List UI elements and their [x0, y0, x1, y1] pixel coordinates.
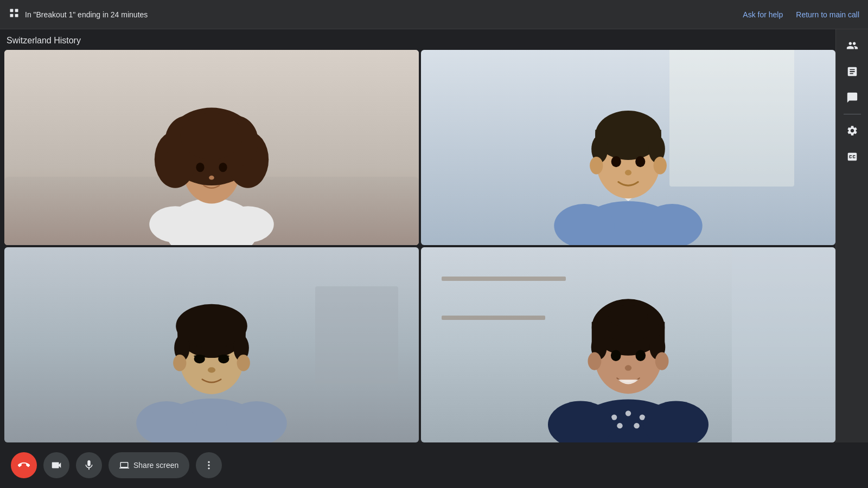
right-sidebar	[835, 29, 868, 442]
svg-point-72	[208, 467, 210, 469]
svg-point-63	[588, 352, 601, 370]
sidebar-divider	[844, 114, 861, 114]
svg-point-14	[219, 163, 227, 172]
svg-point-44	[208, 367, 215, 373]
svg-point-17	[222, 206, 274, 242]
captions-button[interactable]	[840, 145, 864, 169]
svg-point-40	[173, 355, 186, 371]
return-to-main-button[interactable]: Return to main call	[796, 10, 859, 19]
meeting-title: Switzerland History	[4, 34, 835, 50]
video-grid	[4, 50, 835, 442]
svg-rect-2	[10, 14, 14, 17]
svg-point-48	[611, 414, 617, 420]
video-area: Switzerland History	[0, 29, 835, 442]
top-bar-left: In "Breakout 1" ending in 24 minutes	[9, 8, 743, 21]
share-screen-label: Share screen	[133, 461, 178, 470]
participant-tile-4	[421, 247, 835, 442]
bottom-bar: Share screen	[0, 442, 868, 488]
svg-rect-0	[10, 9, 14, 12]
svg-point-15	[209, 176, 214, 180]
svg-point-70	[208, 461, 210, 463]
svg-point-64	[655, 352, 669, 370]
top-bar: In "Breakout 1" ending in 24 minutes Ask…	[0, 0, 868, 29]
top-bar-right: Ask for help Return to main call	[743, 10, 859, 19]
camera-toggle-button[interactable]	[43, 452, 69, 478]
more-options-button[interactable]	[196, 452, 222, 478]
end-call-button[interactable]	[11, 452, 37, 478]
svg-point-66	[635, 350, 646, 361]
svg-point-60	[609, 305, 648, 327]
svg-rect-1	[15, 9, 18, 12]
microphone-toggle-button[interactable]	[76, 452, 102, 478]
breakout-label: In "Breakout 1" ending in 24 minutes	[25, 10, 148, 19]
svg-point-41	[237, 355, 250, 371]
notes-button[interactable]	[840, 60, 864, 84]
settings-button[interactable]	[840, 119, 864, 143]
participant-tile-3	[4, 247, 419, 442]
svg-point-51	[617, 423, 622, 428]
participant-tile-1	[4, 50, 419, 245]
svg-point-12	[181, 113, 243, 159]
breakout-grid-icon	[9, 8, 20, 21]
svg-point-49	[626, 410, 631, 416]
svg-point-28	[635, 156, 645, 167]
svg-point-50	[640, 414, 645, 420]
svg-point-25	[590, 157, 603, 174]
svg-point-26	[654, 157, 667, 174]
people-button[interactable]	[840, 34, 864, 57]
main-content: Switzerland History	[0, 29, 868, 442]
svg-point-13	[196, 163, 204, 172]
share-screen-button[interactable]: Share screen	[108, 452, 189, 478]
participant-tile-2	[421, 50, 835, 245]
svg-rect-3	[15, 14, 18, 17]
svg-point-67	[625, 365, 631, 370]
chat-button[interactable]	[840, 86, 864, 110]
svg-point-52	[634, 423, 639, 428]
ask-for-help-button[interactable]: Ask for help	[743, 10, 783, 19]
svg-point-71	[208, 464, 210, 466]
svg-point-29	[625, 170, 631, 175]
svg-point-27	[611, 156, 621, 167]
svg-point-65	[611, 350, 621, 361]
svg-point-16	[149, 206, 201, 242]
